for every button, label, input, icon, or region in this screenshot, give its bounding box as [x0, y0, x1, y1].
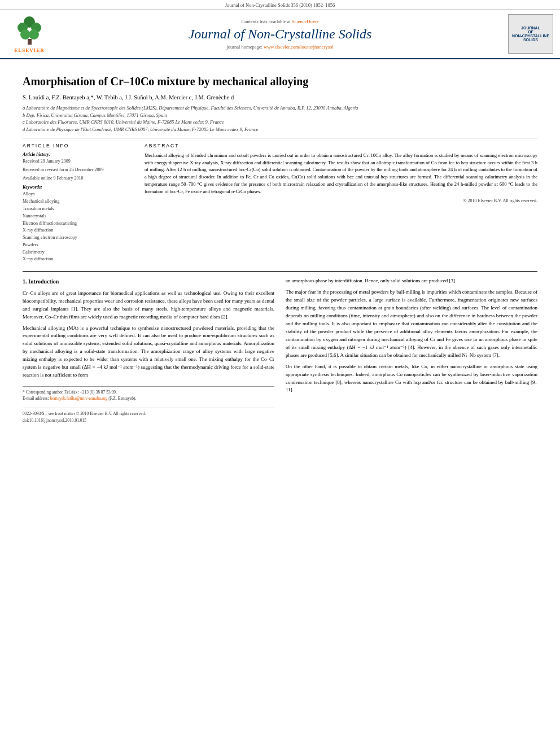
- svg-point-5: [29, 29, 39, 40]
- received-date: Received 29 January 2009: [23, 158, 135, 164]
- elsevier-tree-icon: [14, 15, 45, 46]
- abstract-text: Mechanical alloying of blended chromium …: [145, 152, 537, 195]
- keywords-list: Alloys Mechanical alloying Transition me…: [23, 191, 135, 263]
- info-abstract-section: ARTICLE INFO Article history: Received 2…: [23, 143, 537, 264]
- revised-date: Received in revised form 26 December 200…: [23, 167, 135, 173]
- journal-header: ELSEVIER Contents lists available at Sci…: [0, 10, 560, 59]
- keywords-label: Keywords:: [23, 185, 135, 190]
- body-para-1: Cr–Co alloys are of great importance for…: [23, 290, 274, 321]
- keyword-7: Scanning electron microscopy: [23, 234, 135, 242]
- keyword-10: X-ray diffraction: [23, 256, 135, 263]
- journal-title: Journal of Non-Crystalline Solids: [52, 27, 508, 42]
- authors-text: S. Louidi a, F.Z. Bentayeb a,*, W. Tebib…: [23, 94, 234, 101]
- sciencedirect-link[interactable]: ScienceDirect: [292, 19, 319, 24]
- email-suffix: (F.Z. Bentayeb).: [108, 396, 136, 401]
- article-info-label: ARTICLE INFO: [23, 143, 135, 148]
- footnote-email: E-mail address: bentayeb.fatiha@univ-ann…: [23, 395, 274, 401]
- body-para-3: an amorphous phase by interdiffusion. He…: [286, 277, 537, 285]
- footnote-area: * Corresponding author. Tel./fax: +213 (…: [23, 386, 274, 402]
- journal-homepage-line: journal homepage: www.elsevier.com/locat…: [52, 44, 508, 50]
- footer-issn: 0022-3093/$ – see front matter © 2010 El…: [23, 410, 274, 417]
- affiliation-b: b Dep. Fisica, Universitat Girona, Campu…: [23, 112, 537, 119]
- journal-cover-image: JOURNAL OF NON-CRYSTALLINE SOLIDS: [508, 14, 553, 54]
- keyword-9: Calorimetry: [23, 249, 135, 256]
- affiliation-c: c Laboratoire des Fluorures, UMR CNRS 60…: [23, 119, 537, 126]
- keyword-1: Alloys: [23, 191, 135, 198]
- keyword-6: X-ray diffraction: [23, 227, 135, 234]
- keyword-2: Mechanical alloying: [23, 198, 135, 206]
- sciencedirect-line: Contents lists available at ScienceDirec…: [52, 19, 508, 24]
- copyright: © 2010 Elsevier B.V. All rights reserved…: [145, 198, 537, 203]
- journal-top-bar: Journal of Non-Crystalline Solids 356 (2…: [0, 0, 560, 10]
- article-info: ARTICLE INFO Article history: Received 2…: [23, 143, 135, 264]
- page-footer: 0022-3093/$ – see front matter © 2010 El…: [23, 408, 274, 424]
- available-date: Available online 9 February 2010: [23, 175, 135, 181]
- section1-heading: 1. Introduction: [23, 277, 274, 286]
- article-title: Amorphisation of Cr–10Co mixture by mech…: [23, 74, 537, 89]
- keyword-4: Nanocrystals: [23, 213, 135, 220]
- abstract-section: ABSTRACT Mechanical alloying of blended …: [145, 143, 537, 264]
- body-divider: [23, 271, 537, 272]
- body-col-left: 1. Introduction Cr–Co alloys are of grea…: [23, 277, 274, 423]
- keyword-3: Transition metals: [23, 206, 135, 213]
- elsevier-logo: ELSEVIER: [7, 15, 52, 53]
- body-section: 1. Introduction Cr–Co alloys are of grea…: [23, 277, 537, 423]
- header-divider: [23, 138, 537, 138]
- footer-doi: doi:10.1016/j.jnoncrysol.2010.01.015: [23, 417, 274, 424]
- top-bar-text: Journal of Non-Crystalline Solids 356 (2…: [225, 2, 335, 8]
- email-label: E-mail address:: [23, 396, 49, 401]
- body-para-4: The major fear in the processing of meta…: [286, 289, 537, 359]
- keyword-8: Powders: [23, 242, 135, 249]
- main-content: Amorphisation of Cr–10Co mixture by mech…: [0, 59, 560, 431]
- body-col-right: an amorphous phase by interdiffusion. He…: [286, 277, 537, 423]
- affiliation-d: d Laboratoire de Physique de l'Etat Cond…: [23, 126, 537, 133]
- svg-rect-6: [28, 39, 32, 45]
- abstract-label: ABSTRACT: [145, 143, 537, 148]
- affiliations: a Laboratoire de Magnétisme et de Spectr…: [23, 104, 537, 133]
- authors-line: S. Louidi a, F.Z. Bentayeb a,*, W. Tebib…: [23, 93, 537, 102]
- elsevier-wordmark: ELSEVIER: [14, 47, 45, 53]
- section1-heading-text: 1. Introduction: [23, 278, 59, 285]
- header-center: Contents lists available at ScienceDirec…: [52, 19, 508, 50]
- body-para-2: Mechanical alloying (MA) is a powerful t…: [23, 325, 274, 380]
- keyword-5: Electron diffraction/scattering: [23, 220, 135, 228]
- history-label: Article history:: [23, 152, 135, 157]
- homepage-link[interactable]: www.elsevier.com/locate/jnoncrysol: [264, 44, 334, 50]
- affiliation-a: a Laboratoire de Magnétisme et de Spectr…: [23, 104, 537, 112]
- footnote-corresponding: * Corresponding author. Tel./fax: +213 (…: [23, 389, 274, 395]
- body-para-5: On the other hand, it is possible to obt…: [286, 363, 537, 395]
- email-link[interactable]: bentayeb.fatiha@univ-annaba.org: [50, 396, 108, 401]
